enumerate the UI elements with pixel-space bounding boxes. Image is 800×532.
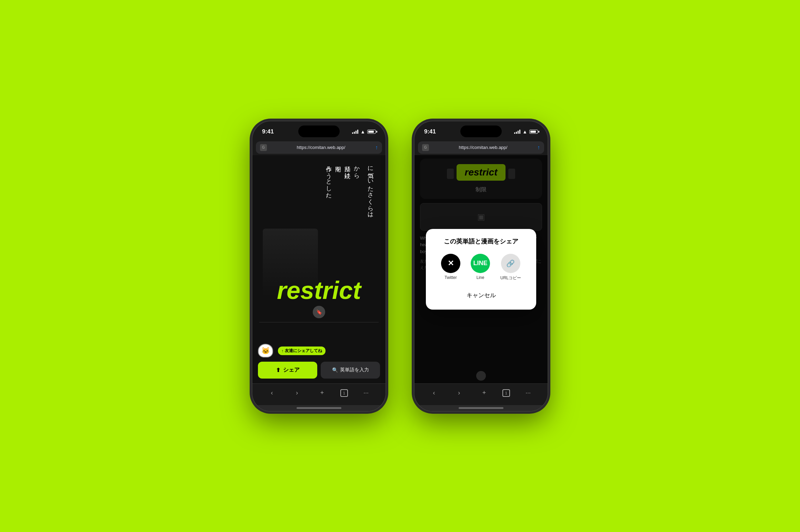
line-option[interactable]: LINE Line bbox=[471, 254, 490, 281]
phones-container: 9:41 ▲ G https://comitan.web.app/ ↑ bbox=[252, 121, 548, 412]
bottom-nav-left: ‹ › + 1 ··· bbox=[252, 383, 386, 405]
browser-url-right: https://comitan.web.app/ bbox=[432, 145, 534, 150]
url-copy-option[interactable]: 🔗 URLコピー bbox=[500, 254, 521, 281]
share-hint-badge: ↑ 友達にシェアしてね bbox=[278, 347, 326, 355]
right-phone: 9:41 ▲ G https://comitan.web.app/ ↑ bbox=[414, 121, 548, 412]
main-word-left: restrict bbox=[277, 276, 361, 304]
divider-left bbox=[259, 322, 379, 322]
left-screen: から踊り続け、間を作ろうとした。 に気づいたさくらは、 restrict 🔖 bbox=[252, 155, 386, 383]
more-button-left[interactable]: ··· bbox=[359, 388, 373, 398]
browser-g-icon-left: G bbox=[260, 144, 267, 151]
input-button-left[interactable]: 🔍 英単語を入力 bbox=[321, 362, 380, 379]
back-button-right[interactable]: ‹ bbox=[427, 388, 441, 398]
mascot-row-left: 🐱 ↑ 友達にシェアしてね bbox=[258, 344, 380, 358]
link-icon: 🔗 bbox=[506, 259, 515, 268]
twitter-x-icon: ✕ bbox=[448, 259, 454, 268]
wifi-icon-right: ▲ bbox=[522, 129, 527, 134]
forward-button-left[interactable]: › bbox=[290, 388, 304, 398]
share-options-container: ✕ Twitter LINE Line bbox=[433, 254, 529, 281]
browser-share-icon-right[interactable]: ↑ bbox=[537, 144, 540, 151]
manga-text-block: から踊り続け、間を作ろうとした。 に気づいたさくらは、 bbox=[324, 162, 375, 220]
right-screen: restrict 制限 ▣ While filming a TikTok wit… bbox=[414, 155, 548, 383]
dynamic-island-left bbox=[298, 126, 340, 137]
add-tab-button-right[interactable]: + bbox=[477, 388, 491, 398]
tabs-badge-right[interactable]: 1 bbox=[502, 389, 510, 397]
cancel-button-right[interactable]: キャンセル bbox=[463, 288, 499, 303]
signal-icon-left bbox=[352, 130, 358, 134]
browser-bar-right[interactable]: G https://comitan.web.app/ ↑ bbox=[418, 141, 544, 154]
line-icon-circle: LINE bbox=[471, 254, 490, 273]
tabs-badge-left[interactable]: 1 bbox=[340, 389, 348, 397]
forward-button-right[interactable]: › bbox=[452, 388, 466, 398]
left-phone: 9:41 ▲ G https://comitan.web.app/ ↑ bbox=[252, 121, 386, 412]
signal-icon-right bbox=[514, 130, 520, 134]
share-section-left: 🐱 ↑ 友達にシェアしてね ⬆ シェア bbox=[252, 339, 386, 383]
share-modal: この英単語と漫画をシェア ✕ Twitter bbox=[426, 229, 536, 310]
modal-overlay[interactable]: この英単語と漫画をシェア ✕ Twitter bbox=[414, 155, 548, 383]
manga-col1: から踊り続け、間を作ろうとした。 bbox=[324, 162, 362, 220]
modal-title: この英単語と漫画をシェア bbox=[433, 237, 529, 245]
action-buttons-left: ⬆ シェア 🔍 英単語を入力 bbox=[258, 362, 380, 379]
more-button-right[interactable]: ··· bbox=[521, 388, 535, 398]
twitter-option[interactable]: ✕ Twitter bbox=[441, 254, 460, 281]
home-indicator-left bbox=[252, 405, 386, 411]
share-btn-icon: ⬆ bbox=[276, 367, 280, 373]
browser-bar-left[interactable]: G https://comitan.web.app/ ↑ bbox=[256, 141, 382, 154]
url-copy-label: URLコピー bbox=[500, 275, 521, 281]
share-button-left[interactable]: ⬆ シェア bbox=[258, 362, 317, 379]
status-time-left: 9:41 bbox=[262, 128, 274, 135]
status-icons-left: ▲ bbox=[352, 129, 376, 134]
back-button-left[interactable]: ‹ bbox=[265, 388, 279, 398]
add-tab-button-left[interactable]: + bbox=[315, 388, 329, 398]
arrow-icon: ↑ bbox=[281, 349, 283, 353]
left-screen-content: から踊り続け、間を作ろうとした。 に気づいたさくらは、 restrict 🔖 bbox=[252, 155, 386, 383]
line-icon: LINE bbox=[473, 260, 487, 267]
mascot-icon: 🐱 bbox=[258, 344, 274, 358]
share-hint-text: 友達にシェアしてね bbox=[285, 348, 322, 354]
twitter-label: Twitter bbox=[444, 275, 457, 280]
manga-panel-left: から踊り続け、間を作ろうとした。 に気づいたさくらは、 restrict 🔖 bbox=[252, 155, 386, 339]
share-btn-label: シェア bbox=[283, 367, 300, 374]
bottom-nav-right: ‹ › + 1 ··· bbox=[414, 383, 548, 405]
manga-col2: に気づいたさくらは、 bbox=[366, 162, 375, 220]
home-bar-right bbox=[459, 407, 503, 409]
input-btn-label: 英単語を入力 bbox=[340, 367, 369, 373]
status-icons-right: ▲ bbox=[514, 129, 538, 134]
twitter-icon-circle: ✕ bbox=[441, 254, 460, 273]
home-indicator-right bbox=[414, 405, 548, 411]
battery-icon-left bbox=[367, 130, 376, 134]
right-screen-content: restrict 制限 ▣ While filming a TikTok wit… bbox=[414, 155, 548, 383]
line-label: Line bbox=[477, 275, 484, 280]
dynamic-island-right bbox=[460, 126, 502, 137]
browser-g-icon-right: G bbox=[422, 144, 429, 151]
search-icon-left: 🔍 bbox=[332, 367, 338, 373]
browser-share-icon-left[interactable]: ↑ bbox=[375, 144, 378, 151]
home-bar-left bbox=[297, 407, 341, 409]
status-time-right: 9:41 bbox=[424, 128, 436, 135]
wifi-icon-left: ▲ bbox=[360, 129, 365, 134]
url-icon-circle: 🔗 bbox=[501, 254, 520, 273]
bookmark-button-left[interactable]: 🔖 bbox=[313, 306, 325, 318]
browser-url-left: https://comitan.web.app/ bbox=[270, 145, 372, 150]
battery-icon-right bbox=[529, 130, 538, 134]
